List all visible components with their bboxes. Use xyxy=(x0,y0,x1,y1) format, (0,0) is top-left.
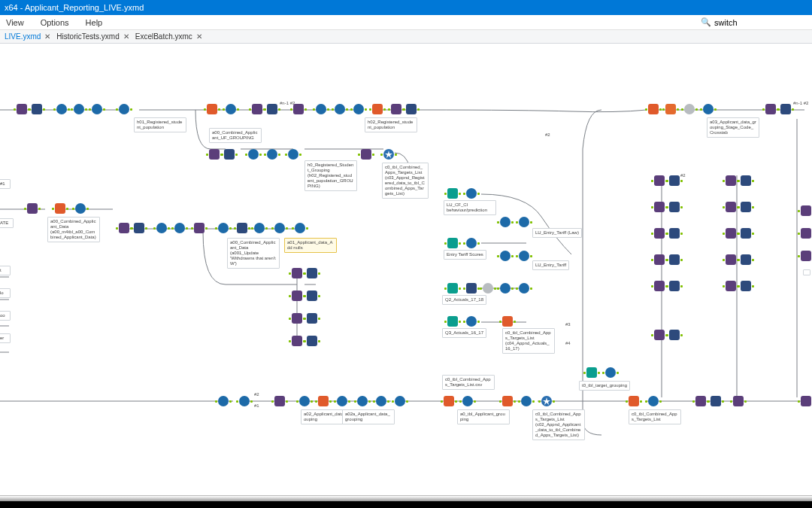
select-tool[interactable] xyxy=(741,202,751,212)
check-tool[interactable] xyxy=(119,104,129,114)
menu-help[interactable]: Help xyxy=(86,18,103,27)
check-tool[interactable] xyxy=(218,223,229,233)
check-tool[interactable] xyxy=(519,217,529,227)
formula-tool[interactable] xyxy=(174,223,185,233)
select-tool[interactable] xyxy=(307,313,317,324)
formula-tool[interactable] xyxy=(466,238,477,248)
select-tool[interactable] xyxy=(267,104,277,114)
formula-tool[interactable] xyxy=(605,367,616,378)
union-tool[interactable] xyxy=(502,396,513,406)
formula-tool[interactable] xyxy=(75,203,86,214)
formula-tool[interactable] xyxy=(74,104,84,114)
close-icon[interactable]: ✕ xyxy=(123,32,129,41)
browse-tool[interactable] xyxy=(726,175,736,186)
select-tool[interactable] xyxy=(669,202,680,212)
select-tool[interactable] xyxy=(32,104,42,114)
macro-input-tool[interactable] xyxy=(447,238,458,248)
macro-input-tool[interactable] xyxy=(447,316,458,327)
browse-tool[interactable] xyxy=(292,268,302,278)
select-tool[interactable] xyxy=(406,104,417,114)
select-tool[interactable] xyxy=(669,330,680,340)
browse-tool[interactable] xyxy=(654,281,665,291)
browse-tool[interactable] xyxy=(801,205,811,216)
check-tool[interactable] xyxy=(648,396,659,406)
select-tool[interactable] xyxy=(669,281,680,291)
browse-tool[interactable] xyxy=(654,254,665,265)
container-tool[interactable] xyxy=(483,283,493,294)
formula-tool[interactable] xyxy=(267,149,277,160)
formula-tool[interactable] xyxy=(226,104,236,114)
select-tool[interactable] xyxy=(741,228,751,239)
browse-tool[interactable] xyxy=(726,254,736,265)
union-tool[interactable] xyxy=(629,396,639,406)
crosstab-tool[interactable] xyxy=(665,104,676,114)
browse-tool[interactable] xyxy=(801,396,811,406)
search-input[interactable] xyxy=(714,18,804,27)
menu-options[interactable]: Options xyxy=(41,18,69,27)
summarize-tool[interactable] xyxy=(444,396,454,406)
check-tool[interactable] xyxy=(218,396,229,406)
summarize-tool[interactable] xyxy=(648,104,659,114)
summarize-tool[interactable] xyxy=(55,203,65,214)
formula-tool[interactable] xyxy=(248,149,259,160)
browse-tool[interactable] xyxy=(765,104,776,114)
macro-input-tool[interactable] xyxy=(447,283,458,294)
browse-tool[interactable] xyxy=(293,104,304,114)
macro-input-tool[interactable] xyxy=(586,367,597,378)
formula-tool[interactable] xyxy=(353,104,364,114)
tab-live[interactable]: LIVE.yxmd ✕ xyxy=(5,32,50,41)
check-tool[interactable] xyxy=(466,316,477,327)
browse-tool[interactable] xyxy=(801,228,811,239)
summarize-tool[interactable] xyxy=(207,104,217,114)
search-box[interactable]: 🔍 xyxy=(701,17,804,27)
tab-excelbatch[interactable]: ExcelBatch.yxmc ✕ xyxy=(135,32,202,41)
browse-tool[interactable] xyxy=(391,104,401,114)
select-tool[interactable] xyxy=(669,175,680,186)
formula-tool[interactable] xyxy=(239,396,250,406)
formula-tool[interactable] xyxy=(295,223,305,233)
select-tool[interactable] xyxy=(307,336,317,346)
browse-tool[interactable] xyxy=(801,251,811,261)
select-tool[interactable] xyxy=(466,283,477,294)
scrollbar-area[interactable] xyxy=(0,495,812,501)
check-tool[interactable] xyxy=(521,396,532,406)
browse-tool[interactable] xyxy=(654,202,665,212)
check-tool[interactable] xyxy=(519,251,529,261)
formula-tool[interactable] xyxy=(337,396,347,406)
workflow-canvas[interactable]: #1 ATE t lo oo er h01_Registered_student… xyxy=(0,44,812,495)
check-tool[interactable] xyxy=(395,396,405,406)
browse-tool[interactable] xyxy=(292,313,302,324)
check-tool[interactable] xyxy=(288,149,298,160)
browse-tool[interactable] xyxy=(209,149,220,160)
browse-tool[interactable] xyxy=(27,203,38,214)
check-tool[interactable] xyxy=(703,104,714,114)
check-tool[interactable] xyxy=(357,396,368,406)
select-tool[interactable] xyxy=(134,223,144,233)
formula-tool[interactable] xyxy=(500,251,511,261)
close-icon[interactable]: ✕ xyxy=(44,32,50,41)
close-icon[interactable]: ✕ xyxy=(196,32,202,41)
browse-tool[interactable] xyxy=(252,104,262,114)
check-tool[interactable] xyxy=(462,396,473,406)
browse-tool[interactable] xyxy=(695,396,706,406)
browse-tool[interactable] xyxy=(119,223,129,233)
join-multiple-tool[interactable] xyxy=(383,149,394,160)
select-tool[interactable] xyxy=(307,291,317,301)
browse-tool[interactable] xyxy=(654,228,665,239)
check-tool[interactable] xyxy=(254,223,265,233)
browse-tool[interactable] xyxy=(733,396,744,406)
formula-tool[interactable] xyxy=(500,217,511,227)
select-tool[interactable] xyxy=(780,104,791,114)
tab-historic[interactable]: HistoricTests.yxmd ✕ xyxy=(56,32,129,41)
check-tool[interactable] xyxy=(519,283,529,294)
macro-input-tool[interactable] xyxy=(447,188,458,199)
formula-tool[interactable] xyxy=(299,396,310,406)
formula-tool[interactable] xyxy=(376,396,386,406)
formula-tool[interactable] xyxy=(500,283,511,294)
select-tool[interactable] xyxy=(669,228,680,239)
select-tool[interactable] xyxy=(741,175,751,186)
formula-tool[interactable] xyxy=(316,104,326,114)
menu-view[interactable]: View xyxy=(6,18,24,27)
union-tool[interactable] xyxy=(502,316,513,327)
check-tool[interactable] xyxy=(335,104,345,114)
